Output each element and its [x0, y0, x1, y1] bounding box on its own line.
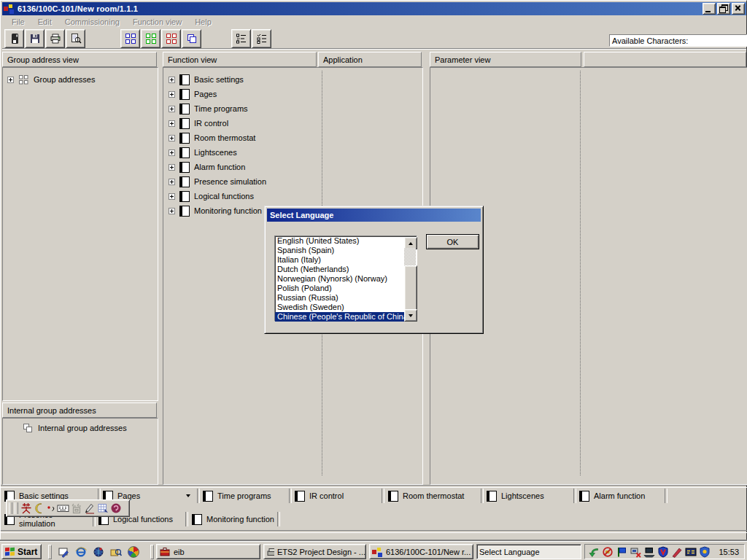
- ime-handwriting-icon[interactable]: [84, 502, 96, 514]
- menu-function-view[interactable]: Function view: [126, 16, 188, 28]
- ime-language-bar[interactable]: [6, 499, 130, 517]
- search-icon[interactable]: [110, 546, 122, 558]
- function-item-ir-control[interactable]: IR control: [169, 117, 228, 130]
- function-item-lightscenes[interactable]: Lightscenes: [169, 146, 237, 159]
- tab-time-programs[interactable]: Time programs: [201, 487, 287, 505]
- function-item-basic-settings[interactable]: Basic settings: [169, 73, 244, 86]
- internet-explorer-icon[interactable]: [75, 546, 87, 558]
- ime-drag-handle[interactable]: [15, 502, 18, 514]
- scrollbar-track[interactable]: [404, 248, 416, 265]
- media-player-icon[interactable]: [128, 546, 139, 558]
- available-characters-field[interactable]: Available Characters:: [609, 34, 747, 47]
- function-item-room-thermostat[interactable]: Room thermostat: [169, 131, 255, 144]
- close-button[interactable]: [732, 3, 745, 15]
- function-item-pages[interactable]: Pages: [169, 88, 217, 101]
- menu-help[interactable]: Help: [188, 16, 218, 28]
- scroll-down-button[interactable]: [404, 309, 417, 322]
- tab-room-thermostat[interactable]: Room thermostat: [386, 487, 479, 505]
- expand-icon[interactable]: [169, 135, 175, 141]
- start-button[interactable]: Start: [1, 544, 42, 559]
- menu-file[interactable]: File: [5, 16, 31, 28]
- expand-icon[interactable]: [169, 77, 175, 83]
- tray-flag-icon[interactable]: [616, 546, 627, 558]
- tray-sync-icon[interactable]: [588, 546, 600, 558]
- taskbar-task-ets2[interactable]: ETS2 Project Design - ...: [263, 544, 366, 559]
- expand-icon[interactable]: [169, 164, 175, 171]
- tray-antivirus-shield-icon[interactable]: [657, 546, 669, 558]
- tab-monitoring-function[interactable]: Monitoring function: [190, 510, 274, 528]
- tray-mute-icon[interactable]: [602, 546, 614, 558]
- tray-console-icon[interactable]: [643, 546, 655, 558]
- group-address-view-button[interactable]: [120, 29, 140, 48]
- language-option-selected[interactable]: Chinese (People's Republic of China): [275, 312, 404, 322]
- taskbar-task-select-language[interactable]: Select Language: [476, 544, 581, 559]
- ime-drag-handle[interactable]: [9, 502, 12, 514]
- ime-help-icon[interactable]: [110, 502, 122, 514]
- tab-alarm-function[interactable]: Alarm function: [577, 487, 662, 505]
- ime-soft-keyboard-icon[interactable]: [57, 502, 69, 514]
- function-view-button[interactable]: [141, 29, 160, 48]
- language-option[interactable]: Dutch (Netherlands): [275, 265, 404, 274]
- language-option[interactable]: Norwegian (Nynorsk) (Norway): [275, 274, 404, 284]
- function-item-logical-functions[interactable]: Logical functions: [169, 190, 254, 203]
- language-option[interactable]: English (United States): [275, 236, 404, 246]
- exit-button[interactable]: [4, 29, 24, 48]
- tree-item-internal-group-addresses[interactable]: Internal group addresses: [22, 421, 127, 435]
- tree-item-group-addresses[interactable]: Group addresses: [7, 73, 95, 86]
- function-item-time-programs[interactable]: Time programs: [169, 102, 248, 115]
- ime-keypad-icon[interactable]: [97, 502, 109, 514]
- show-desktop-icon[interactable]: [58, 546, 69, 558]
- tab-lightscenes[interactable]: Lightscenes: [484, 487, 571, 505]
- expand-icon[interactable]: [169, 106, 175, 112]
- taskbar-task-6136[interactable]: 6136/100C-101/New r...: [369, 544, 473, 559]
- taskbar-clock[interactable]: 15:53: [719, 548, 744, 556]
- tray-pen-icon[interactable]: [671, 546, 683, 558]
- toolbar-grip[interactable]: [150, 545, 154, 559]
- function-item-monitoring-function[interactable]: Monitoring function: [169, 204, 262, 217]
- expand-icon[interactable]: [169, 208, 175, 214]
- print-button[interactable]: [45, 29, 65, 48]
- language-option[interactable]: Russian (Russia): [275, 293, 404, 303]
- function-item-presence-simulation[interactable]: Presence simulation: [169, 175, 266, 188]
- window-titlebar[interactable]: 6136/100C-101/New room/1.1.1: [2, 2, 746, 15]
- pane-splitter-left[interactable]: [157, 52, 163, 483]
- ok-button[interactable]: OK: [426, 234, 479, 249]
- expand-icon[interactable]: [169, 149, 175, 156]
- expand-icon[interactable]: [7, 77, 14, 83]
- language-option[interactable]: Swedish (Sweden): [275, 303, 404, 312]
- language-listbox[interactable]: English (United States) Spanish (Spain) …: [274, 236, 417, 322]
- toolbar-grip[interactable]: [48, 545, 52, 559]
- menu-edit[interactable]: Edit: [31, 16, 58, 28]
- dialog-titlebar[interactable]: Select Language: [267, 209, 481, 222]
- tab-ir-control[interactable]: IR control: [293, 487, 379, 505]
- menu-commissioning[interactable]: Commissioning: [58, 16, 126, 28]
- save-button[interactable]: [25, 29, 44, 48]
- language-option[interactable]: Polish (Poland): [275, 284, 404, 293]
- scrollbar-thumb[interactable]: [404, 265, 417, 311]
- print-preview-button[interactable]: [66, 29, 85, 48]
- taskbar-task-eib[interactable]: eib: [156, 544, 260, 559]
- listbox-scrollbar[interactable]: [404, 237, 416, 320]
- detail-list-button[interactable]: [252, 29, 271, 48]
- parameter-view-button[interactable]: [161, 29, 181, 48]
- pages-dropdown-button[interactable]: [182, 488, 193, 504]
- ime-simplified-icon[interactable]: [71, 502, 82, 514]
- function-item-alarm-function[interactable]: Alarm function: [169, 160, 245, 174]
- expand-icon[interactable]: [169, 120, 175, 127]
- expand-icon[interactable]: [169, 91, 175, 98]
- expand-icon[interactable]: [169, 179, 175, 185]
- ime-punctuation-icon[interactable]: [47, 502, 55, 514]
- ime-english-mode-icon[interactable]: [20, 502, 32, 514]
- windows-view-button[interactable]: [182, 29, 201, 48]
- tray-shield-icon[interactable]: [699, 546, 711, 558]
- restore-button[interactable]: [717, 3, 730, 15]
- language-option[interactable]: Spanish (Spain): [275, 246, 404, 255]
- expand-icon[interactable]: [169, 193, 175, 200]
- tray-ime-layout-icon[interactable]: [685, 546, 697, 558]
- tray-network-offline-icon[interactable]: [630, 546, 641, 558]
- list-view-button[interactable]: [231, 29, 251, 48]
- minimize-button[interactable]: [703, 3, 716, 15]
- browser-globe-icon[interactable]: [93, 546, 104, 558]
- ime-halfwidth-icon[interactable]: [34, 502, 45, 514]
- language-option[interactable]: Italian (Italy): [275, 255, 404, 265]
